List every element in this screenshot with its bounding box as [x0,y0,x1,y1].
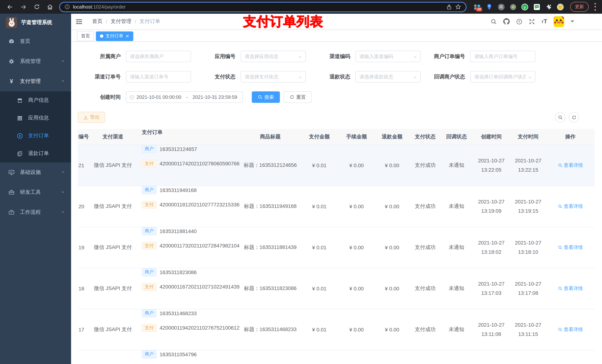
merchant-select[interactable] [126,51,191,62]
extension-y-icon[interactable]: y [521,3,528,10]
cell-amount: ¥ 0.01 [300,186,339,227]
browser-back-button[interactable] [4,1,16,12]
channel-order-input[interactable] [126,71,191,83]
sidebar-item-payment[interactable]: ¥ 支付管理 [0,71,71,91]
extension-chat-icon[interactable] [533,3,540,10]
github-icon[interactable] [503,18,510,25]
fullscreen-icon[interactable] [529,18,535,25]
callback-status-select[interactable] [470,71,535,83]
sidebar-item-home[interactable]: 首页 [0,31,71,52]
field-label: 应用编号 [195,53,236,60]
reset-button-label: 重置 [296,94,306,100]
url-text[interactable]: localhost:1024/pay/order [73,4,443,10]
sidebar-item-dev-tools[interactable]: 研发工具 [0,182,71,202]
app-title: 芋道管理系统 [21,19,52,26]
view-detail-link[interactable]: 查看详情 [558,203,583,210]
search-icon [558,115,563,120]
extension-record-icon[interactable] [509,3,516,10]
browser-update-button[interactable]: 更新 [570,2,589,12]
browser-profile-avatar[interactable] [557,3,564,10]
view-detail-label: 查看详情 [564,162,583,169]
extension-command-icon[interactable]: ⌘ [498,3,505,10]
search-button[interactable]: 搜索 [252,91,280,103]
user-menu-caret-icon[interactable] [570,20,574,22]
browser-home-button[interactable] [44,1,55,12]
refresh-table-button[interactable] [569,112,579,123]
channel-code-select[interactable] [355,51,420,62]
sidebar-item-system[interactable]: 系统管理 [0,52,71,71]
collapse-sidebar-icon[interactable] [75,18,83,25]
address-bar[interactable]: localhost:1024/pay/order [59,2,466,12]
cell-title: 标题：1635311823086 [241,268,300,309]
cell-title [241,350,300,364]
cell-pay-status: 支付成功 [410,227,441,268]
share-icon[interactable] [446,4,452,10]
view-detail-link[interactable]: 查看详情 [558,326,583,333]
header-search-icon[interactable] [491,18,497,25]
extension-pin-icon[interactable] [486,3,493,10]
refresh-icon [571,115,576,120]
dashboard-icon [8,38,15,45]
sidebar-item-workflow[interactable]: 工作流程 [0,202,71,222]
cell-notify-status: 未通知 [441,309,473,350]
toggle-search-button[interactable] [555,112,565,123]
date-range-input[interactable]: 2021-10-01 00:00:00 - 2021-10-31 23:59:5… [126,91,243,103]
export-button[interactable]: 导出 [78,112,105,123]
font-size-icon[interactable]: TT [541,18,547,25]
app-select[interactable] [241,51,306,62]
gear-icon [8,58,15,65]
cell-title: 标题：1635312124656 [241,145,300,186]
paid-date: 2021-10-27 [515,322,541,328]
view-detail-link[interactable]: 查看详情 [558,285,583,292]
bookmark-star-icon[interactable] [455,4,461,10]
app-logo-row[interactable]: 芋道管理系统 [0,14,71,31]
cell-actions: 查看详情 [546,227,595,268]
help-icon[interactable]: ? [516,18,522,25]
cell-amount: ¥ 0.01 [300,227,339,268]
navbar-actions: ? TT [491,16,574,27]
sidebar-item-pay-order[interactable]: ¥ 支付订单 [0,127,71,145]
search-form-row-3: 创建时间 2021-10-01 00:00:00 - 2021-10-31 23… [78,91,595,103]
view-detail-link[interactable]: 查看详情 [558,244,583,251]
extensions-area: 10 ⌘ y 更新 ••• [474,2,598,12]
merchant-order-input[interactable] [470,51,535,62]
extension-boxes-icon[interactable]: 10 [474,3,481,10]
extensions-puzzle-icon[interactable] [545,3,552,10]
tab-pay-order[interactable]: 支付订单 ✕ [96,31,133,41]
column-header-title: 商品标题 [241,129,300,145]
close-tab-icon[interactable]: ✕ [126,34,129,38]
sidebar-item-refund-order[interactable]: 退款订单 [0,145,71,162]
pay-badge: 支付 [142,324,157,332]
browser-forward-button[interactable] [18,1,29,12]
field-channel-order: 渠道订单号 [80,71,191,83]
field-label: 回调商户状态 [424,73,465,80]
cell-no [78,350,89,364]
toolbox-icon [8,189,15,196]
grid-icon [16,115,23,121]
sidebar-item-infra[interactable]: 基础设施 [0,162,71,182]
table-row-partial: 商户1635311054796 [78,350,595,364]
tab-home[interactable]: 首页 [77,31,94,41]
reset-button[interactable]: 重置 [284,91,312,103]
cell-order: 商户1635312124657 支付4200001174202110278060… [137,145,241,186]
site-info-icon[interactable] [64,4,70,10]
sidebar-item-label: 支付管理 [20,78,41,85]
user-avatar[interactable] [553,16,564,27]
refund-status-select[interactable] [355,71,420,83]
pay-status-select[interactable] [241,71,306,83]
sidebar-item-label: 系统管理 [20,58,41,65]
field-pay-status: 支付状态 [195,71,306,83]
breadcrumb-separator: / [135,19,136,24]
created-date: 2021-10-27 [478,322,505,328]
browser-menu-icon[interactable]: ••• [594,2,596,11]
view-detail-link[interactable]: 查看详情 [558,162,583,169]
browser-reload-button[interactable] [31,1,42,12]
sidebar-item-merchant-info[interactable]: 商户信息 [0,91,71,109]
breadcrumb-home[interactable]: 首页 [92,18,103,25]
search-icon [558,245,562,250]
search-form-row-2: 渠道订单号 支付状态 退款状态 回调商户状态 [78,71,595,83]
sidebar-item-app-info[interactable]: 应用信息 [0,109,71,127]
chevron-down-icon [61,209,65,215]
breadcrumb-section[interactable]: 支付管理 [111,18,131,25]
cell-amount: ¥ 0.01 [300,309,339,350]
